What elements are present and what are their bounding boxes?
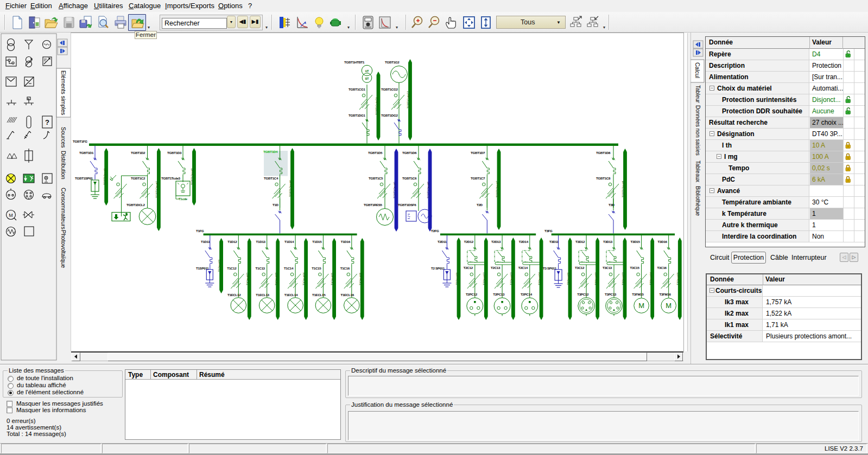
svg-text:Consommateurs: Consommateurs	[60, 188, 67, 229]
svg-text:T1C16: T1C16	[340, 266, 350, 270]
svg-text:T3FG: T3FG	[544, 229, 553, 233]
svg-text:TGBT1DSF6: TGBT1DSF6	[398, 203, 416, 207]
svg-text:TGBT1CG1: TGBT1CG1	[349, 87, 365, 91]
svg-text:T1Circuit11: T1Circuit11	[218, 259, 221, 272]
svg-text:T1ECL16: T1ECL16	[340, 293, 354, 297]
svg-text:Sources: Sources	[60, 127, 67, 148]
svg-text:TGBT1SP01: TGBT1SP01	[75, 176, 93, 180]
svg-text:TGBT1Circuit5: TGBT1Circuit5	[393, 182, 396, 198]
svg-text:T2D14: T2D14	[519, 240, 529, 243]
svg-text:TGBT1G2: TGBT1G2	[385, 60, 400, 64]
svg-text:T2PC14: T2PC14	[521, 292, 533, 296]
svg-text:TGBT1C6: TGBT1C6	[402, 176, 417, 180]
svg-text:T3C12: T3C12	[575, 266, 585, 270]
svg-text:T3Circuit13: T3Circuit13	[622, 272, 625, 285]
svg-text:TGBT1HTBT1: TGBT1HTBT1	[344, 60, 365, 64]
svg-text:TGBT1C8: TGBT1C8	[596, 176, 611, 180]
svg-text:T3D12: T3D12	[575, 240, 585, 243]
svg-text:T1FG: T1FG	[196, 229, 204, 233]
svg-text:T3Circuit15: T3Circuit15	[676, 272, 680, 285]
svg-text:TGBT1Circuit4: TGBT1Circuit4	[289, 180, 292, 197]
svg-text:T1D11: T1D11	[201, 240, 211, 243]
svg-text:T1D16: T1D16	[341, 240, 351, 243]
svg-text:TGBT1CG2: TGBT1CG2	[381, 87, 398, 91]
svg-text:TGBT1D2: TGBT1D2	[131, 151, 145, 155]
svg-text:T3Circuit11: T3Circuit11	[567, 272, 570, 285]
svg-text:TGBT1D7: TGBT1D7	[471, 151, 485, 155]
svg-text:T1C14: T1C14	[284, 266, 294, 270]
svg-text:Calcul: Calcul	[694, 62, 701, 78]
svg-text:Tableaux: Tableaux	[695, 161, 701, 182]
svg-text:T1Circuit13: T1Circuit13	[275, 272, 278, 285]
svg-text:T2Circuit11: T2Circuit11	[455, 272, 459, 285]
svg-text:T3FM15: T3FM15	[632, 292, 644, 296]
svg-text:T1D12: T1D12	[227, 240, 237, 243]
svg-text:TGBT1FG: TGBT1FG	[73, 139, 87, 143]
svg-text:T2D13: T2D13	[491, 240, 501, 243]
svg-text:T3C15: T3C15	[630, 266, 640, 270]
svg-text:M: M	[9, 213, 13, 218]
svg-text:TGBT1Circuit3: TGBT1Circuit3	[191, 168, 194, 185]
svg-text:T1C15: T1C15	[312, 266, 321, 270]
svg-text:T1Circuit14: T1Circuit14	[302, 272, 306, 285]
svg-text:T2PC12: T2PC12	[466, 292, 478, 296]
svg-text:TGBT1Circuit2: TGBT1Circuit2	[155, 181, 159, 198]
svg-text:T1D15: T1D15	[312, 240, 322, 243]
svg-text:T3C16: T3C16	[657, 266, 667, 270]
svg-text:T1ECL14: T1ECL14	[284, 293, 298, 297]
svg-text:M: M	[666, 302, 671, 310]
svg-text:T2C14: T2C14	[518, 266, 528, 270]
svg-text:TGBT1DG1: TGBT1DG1	[349, 113, 365, 117]
svg-text:T3D: T3D	[609, 203, 615, 207]
svg-text:T1ECL15: T1ECL15	[312, 293, 326, 297]
svg-text:T3D11: T3D11	[549, 240, 559, 243]
svg-text:TGBT1DG2: TGBT1DG2	[381, 113, 398, 117]
svg-text:T3FM16: T3FM16	[659, 292, 671, 296]
svg-text:T2C12: T2C12	[464, 266, 473, 270]
svg-text:T3C13: T3C13	[603, 266, 612, 270]
svg-text:TGBT1C5: TGBT1C5	[369, 176, 383, 180]
svg-text:M: M	[638, 302, 644, 310]
svg-text:T2Circuit14: T2Circuit14	[538, 272, 541, 285]
svg-text:TGBT1C7: TGBT1C7	[471, 176, 485, 180]
svg-text:T2D12: T2D12	[464, 240, 474, 243]
svg-text:T2FG: T2FG	[431, 229, 439, 233]
svg-text:T2C13: T2C13	[491, 266, 500, 270]
svg-text:Tableur: Tableur	[695, 85, 701, 103]
svg-text:TGBT1D4: TGBT1D4	[263, 150, 278, 153]
svg-text:TGBT1Circuit7: TGBT1Circuit7	[496, 181, 499, 197]
svg-text:T2Circuit13: T2Circuit13	[510, 272, 513, 285]
svg-text:TGBT1D1: TGBT1D1	[79, 151, 94, 155]
svg-text:TGBT1DCL2: TGBT1DCL2	[126, 203, 145, 207]
svg-text:Eléments simples: Eléments simples	[60, 71, 67, 115]
svg-text:TGBT1D6: TGBT1D6	[402, 151, 417, 155]
svg-text:T1D13: T1D13	[256, 240, 266, 243]
svg-text:TGBT1C2: TGBT1C2	[131, 176, 145, 180]
svg-text:T2Circuit12: T2Circuit12	[483, 272, 486, 285]
svg-text:BT: BT	[365, 77, 369, 80]
svg-text:T2 SP011: T2 SP011	[431, 266, 445, 270]
svg-text:T1Circuit16: T1Circuit16	[359, 272, 362, 285]
svg-text:TGBT1D5: TGBT1D5	[368, 151, 383, 155]
svg-text:T1cde: T1cde	[179, 197, 188, 201]
svg-text:Données non saisies: Données non saisies	[695, 105, 701, 156]
svg-text:T3D15: T3D15	[631, 240, 641, 243]
svg-text:TGBT1RES5: TGBT1RES5	[364, 203, 383, 207]
svg-text:T2D: T2D	[477, 203, 483, 207]
svg-text:T1D: T1D	[273, 203, 279, 207]
svg-text:T1D14: T1D14	[284, 240, 294, 243]
svg-text:TGBT1CcduG2: TGBT1CcduG2	[407, 91, 410, 108]
svg-text:T3PC13: T3PC13	[605, 292, 617, 296]
svg-text:TGBT1C4: TGBT1C4	[264, 176, 278, 180]
svg-text:TGBT1Circuit1: TGBT1Circuit1	[103, 168, 106, 185]
svg-text:T1ECL12: T1ECL12	[227, 293, 241, 297]
svg-text:T1C13: T1C13	[256, 266, 265, 270]
svg-text:?: ?	[45, 118, 49, 126]
svg-text:T1ECL13: T1ECL13	[256, 293, 269, 297]
svg-text:TGBT1D3: TGBT1D3	[167, 151, 182, 155]
svg-text:T3D16: T3D16	[658, 240, 668, 243]
svg-text:T3PC12: T3PC12	[577, 292, 589, 296]
svg-text:T3Circuit12: T3Circuit12	[594, 272, 598, 285]
svg-text:Distribution: Distribution	[60, 151, 67, 180]
svg-text:T3D13: T3D13	[603, 240, 613, 243]
